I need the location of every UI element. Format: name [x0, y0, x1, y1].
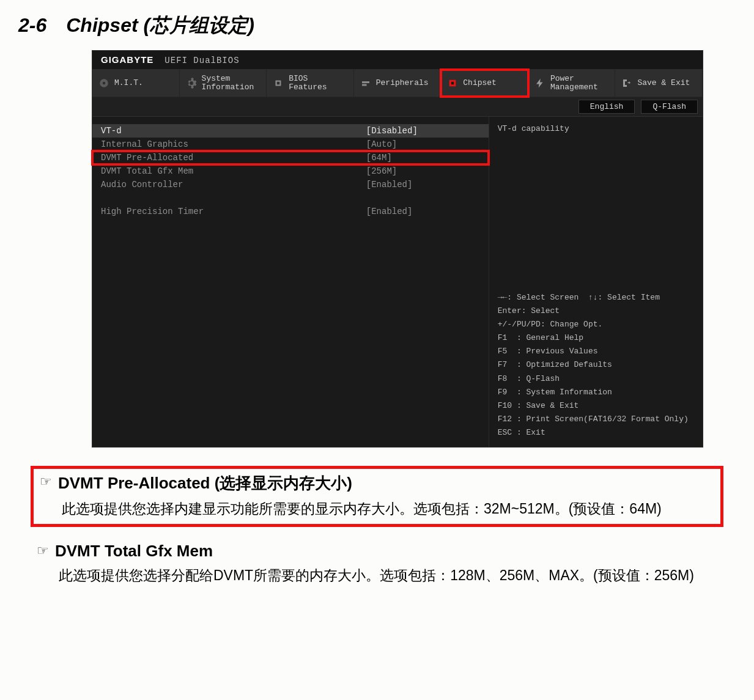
option-value: [64M]	[366, 153, 480, 163]
gear-icon	[186, 78, 197, 89]
tab-label: Chipset	[463, 79, 497, 87]
option-label: Audio Controller	[101, 180, 366, 190]
option-row-dvmt-total-gfx-mem[interactable]: DVMT Total Gfx Mem [256M]	[92, 164, 489, 178]
side-help-keys: →←: Select Screen ↑↓: Select Item Enter:…	[498, 291, 694, 440]
tab-label: BIOS Features	[289, 75, 327, 92]
option-row-high-precision-timer[interactable]: High Precision Timer [Enabled]	[92, 205, 489, 218]
option-label: DVMT Pre-Allocated	[101, 153, 366, 163]
bios-toolbar: English Q-Flash	[92, 97, 703, 117]
option-row-vtd[interactable]: VT-d [Disabled]	[92, 124, 489, 138]
tab-power-management[interactable]: Power Management	[528, 70, 616, 97]
disc-icon	[98, 78, 109, 89]
svg-rect-3	[277, 82, 280, 85]
desc-dvmt-total-gfx-mem: ☞ DVMT Total Gfx Mem 此选项提供您选择分配给DVMT所需要的…	[31, 538, 723, 591]
pointer-icon: ☞	[37, 543, 49, 559]
tab-save-exit[interactable]: Save & Exit	[615, 70, 703, 97]
chipset-icon	[447, 78, 458, 89]
exit-icon	[621, 78, 632, 89]
bios-brand: GIGABYTE	[101, 54, 153, 65]
option-value: [Enabled]	[366, 180, 480, 190]
bios-body: VT-d [Disabled] Internal Graphics [Auto]…	[92, 117, 703, 447]
side-info-text: VT-d capability	[498, 124, 694, 133]
svg-rect-5	[362, 84, 367, 86]
tab-system-information[interactable]: System Information	[180, 70, 267, 97]
option-row-internal-graphics[interactable]: Internal Graphics [Auto]	[92, 138, 489, 151]
bios-screenshot: GIGABYTE UEFI DualBIOS M.I.T. System Inf…	[92, 50, 703, 448]
desc-title: DVMT Total Gfx Mem	[55, 542, 213, 561]
bios-options-panel: VT-d [Disabled] Internal Graphics [Auto]…	[92, 117, 489, 447]
english-button[interactable]: English	[578, 100, 635, 114]
bios-tabstrip: M.I.T. System Information BIOS Features …	[92, 70, 703, 97]
tab-label: Peripherals	[376, 79, 429, 87]
tab-mit[interactable]: M.I.T.	[92, 70, 180, 97]
qflash-button[interactable]: Q-Flash	[641, 100, 698, 114]
option-row-audio-controller[interactable]: Audio Controller [Enabled]	[92, 178, 489, 191]
svg-point-1	[103, 82, 106, 85]
option-label: High Precision Timer	[101, 207, 366, 216]
svg-rect-7	[451, 82, 454, 85]
tab-label: System Information	[202, 75, 254, 92]
option-label: DVMT Total Gfx Mem	[101, 166, 366, 176]
bios-side-panel: VT-d capability →←: Select Screen ↑↓: Se…	[489, 117, 703, 447]
tab-label: Save & Exit	[637, 79, 690, 87]
option-label: VT-d	[101, 126, 366, 136]
tab-label: M.I.T.	[114, 79, 143, 87]
option-value: [256M]	[366, 166, 480, 176]
desc-title: DVMT Pre-Allocated (选择显示内存大小)	[58, 473, 352, 494]
pointer-icon: ☞	[40, 474, 52, 490]
chip-icon	[273, 78, 284, 89]
option-row-dvmt-pre-allocated[interactable]: DVMT Pre-Allocated [64M]	[92, 151, 489, 164]
option-label: Internal Graphics	[101, 139, 366, 149]
power-icon	[534, 78, 545, 89]
option-value: [Disabled]	[366, 126, 480, 136]
desc-dvmt-pre-allocated: ☞ DVMT Pre-Allocated (选择显示内存大小) 此选项提供您选择…	[31, 466, 723, 527]
option-value: [Auto]	[366, 139, 480, 149]
section-heading: 2-6 Chipset (芯片组设定)	[18, 12, 736, 39]
desc-body: 此选项提供您选择内建显示功能所需要的显示内存大小。选项包括：32M~512M。(…	[40, 498, 714, 520]
bios-titlebar: GIGABYTE UEFI DualBIOS	[92, 51, 703, 70]
tab-peripherals[interactable]: Peripherals	[354, 70, 442, 97]
tab-bios-features[interactable]: BIOS Features	[267, 70, 354, 97]
bios-subtitle: UEFI DualBIOS	[164, 56, 239, 65]
svg-rect-4	[362, 81, 369, 83]
option-spacer	[92, 191, 489, 205]
desc-body: 此选项提供您选择分配给DVMT所需要的内存大小。选项包括：128M、256M、M…	[37, 564, 717, 587]
tab-label: Power Management	[550, 75, 598, 92]
peripherals-icon	[360, 78, 371, 89]
option-value: [Enabled]	[366, 207, 480, 216]
tab-chipset[interactable]: Chipset	[441, 70, 528, 97]
